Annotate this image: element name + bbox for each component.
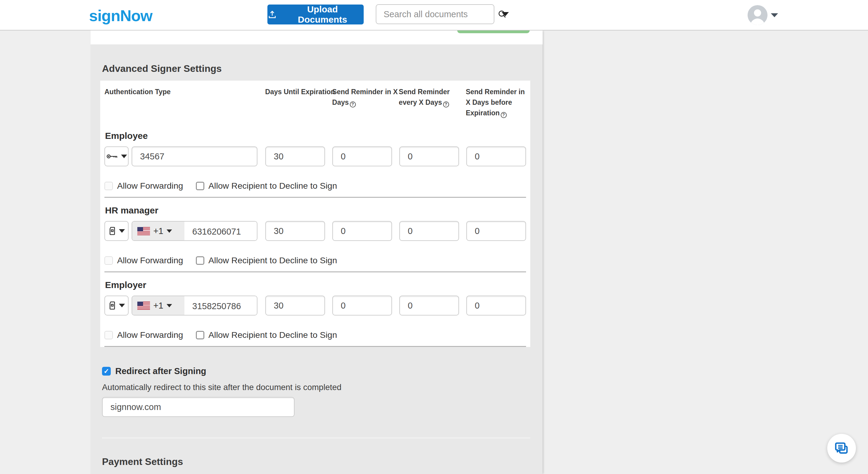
key-icon [106, 152, 118, 160]
signer-section-hr-manager: HR manager [104, 198, 526, 272]
signer-name: HR manager [105, 206, 526, 215]
send-reminder-before-expiration-input[interactable] [466, 221, 526, 241]
allow-decline-label: Allow Recipient to Decline to Sign [209, 330, 337, 340]
payment-settings-title: Payment Settings [102, 456, 183, 467]
password-auth-input[interactable] [132, 146, 257, 166]
section-divider [102, 438, 530, 438]
allow-decline-label: Allow Recipient to Decline to Sign [209, 181, 337, 191]
phone-icon [108, 301, 116, 310]
settings-panel: Advanced Signer Settings Authentication … [91, 30, 542, 474]
chevron-down-icon [166, 230, 172, 233]
col-send-reminder-every-x-days: Send Reminder every X Days [399, 87, 466, 123]
redirect-url-input[interactable] [102, 397, 294, 417]
redirect-after-signing-section: Redirect after Signing Automatically red… [102, 366, 341, 417]
upload-documents-button[interactable]: Upload Documents [268, 4, 364, 25]
send-reminder-every-days-input[interactable] [399, 221, 459, 241]
allow-forwarding-checkbox[interactable] [104, 256, 113, 265]
col-authentication-type: Authentication Type [104, 87, 265, 123]
signer-settings-table: Authentication Type Days Until Expiratio… [100, 81, 530, 347]
allow-forwarding-label: Allow Forwarding [117, 256, 183, 265]
country-code-dropdown[interactable]: +1 [132, 296, 184, 315]
top-navbar: signNow Upload Documents [0, 0, 868, 30]
allow-forwarding-checkbox[interactable] [104, 182, 113, 190]
send-reminder-before-expiration-input[interactable] [466, 296, 526, 316]
chevron-down-icon [119, 229, 125, 233]
send-reminder-in-days-input[interactable] [332, 296, 392, 316]
send-reminder-every-days-input[interactable] [399, 146, 459, 166]
chevron-down-icon [166, 304, 172, 307]
phone-auth-group: +1 [132, 221, 257, 241]
send-reminder-in-days-input[interactable] [332, 221, 392, 241]
help-icon[interactable] [350, 101, 356, 108]
allow-forwarding-label: Allow Forwarding [117, 330, 183, 340]
col-days-until-expiration: Days Until Expiration [265, 87, 332, 123]
account-menu-caret[interactable] [771, 13, 778, 17]
days-until-expiration-input[interactable] [265, 296, 325, 316]
allow-decline-label: Allow Recipient to Decline to Sign [209, 256, 337, 265]
send-reminder-in-days-input[interactable] [332, 146, 392, 166]
partially-hidden-green-button[interactable] [457, 30, 530, 33]
allow-decline-checkbox[interactable] [196, 256, 204, 265]
search-scope-dropdown[interactable] [502, 12, 509, 16]
signer-name: Employee [105, 131, 526, 141]
us-flag-icon [137, 227, 150, 235]
allow-forwarding-label: Allow Forwarding [117, 181, 183, 191]
avatar[interactable] [748, 5, 768, 25]
search-input[interactable] [376, 9, 497, 19]
search-bar [376, 4, 494, 24]
table-header-row: Authentication Type Days Until Expiratio… [104, 81, 526, 123]
send-reminder-before-expiration-input[interactable] [466, 146, 526, 166]
country-code-dropdown[interactable]: +1 [132, 221, 184, 240]
help-icon[interactable] [443, 101, 449, 108]
allow-forwarding-checkbox[interactable] [104, 331, 113, 339]
send-reminder-every-days-input[interactable] [399, 296, 459, 316]
auth-type-dropdown-password[interactable] [104, 146, 129, 166]
advanced-signer-settings-title: Advanced Signer Settings [102, 63, 222, 74]
phone-auth-group: +1 [132, 296, 257, 316]
phone-number-input[interactable] [184, 296, 257, 316]
live-chat-button[interactable] [827, 434, 856, 463]
signer-name: Employer [105, 280, 526, 290]
chevron-down-icon [121, 155, 127, 158]
upload-icon [268, 10, 277, 19]
phone-icon [108, 226, 116, 236]
us-flag-icon [137, 302, 150, 310]
chat-bubbles-icon [834, 441, 849, 456]
signnow-logo[interactable]: signNow [89, 7, 152, 25]
auth-type-dropdown-phone[interactable] [104, 296, 129, 316]
allow-decline-checkbox[interactable] [196, 182, 204, 190]
col-send-reminder-in-x-days: Send Reminder in X Days [332, 87, 399, 123]
signer-section-employee: Employee [104, 123, 526, 198]
days-until-expiration-input[interactable] [265, 221, 325, 241]
auth-type-dropdown-phone[interactable] [104, 221, 129, 241]
allow-decline-checkbox[interactable] [196, 331, 204, 339]
redirect-description: Automatically redirect to this site afte… [102, 383, 341, 392]
phone-number-input[interactable] [184, 221, 257, 241]
days-until-expiration-input[interactable] [265, 146, 325, 166]
redirect-after-signing-checkbox[interactable] [102, 367, 111, 376]
help-icon[interactable] [501, 112, 507, 118]
redirect-after-signing-label: Redirect after Signing [115, 366, 206, 376]
col-send-reminder-before-expiration: Send Reminder in X Days before Expiratio… [466, 87, 526, 123]
chevron-down-icon [119, 304, 125, 307]
signer-section-employer: Employer [104, 272, 526, 347]
